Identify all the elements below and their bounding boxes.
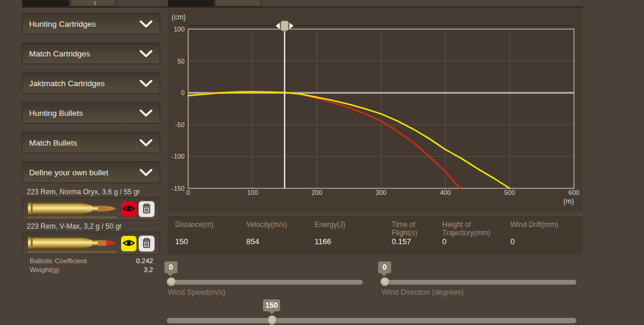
trash-icon	[139, 235, 154, 253]
sidebar-item-match-cartridges[interactable]: Match Cartridges	[22, 43, 160, 64]
x-tick-label: 300	[376, 189, 386, 196]
accordion-label: Hunting Cartridges	[29, 20, 96, 29]
y-tick-label: 100	[174, 26, 185, 33]
result-column-energy-j: Energy(J)1166	[315, 220, 389, 229]
cartridge-bullet-image	[26, 198, 120, 223]
distance-slider[interactable]	[167, 318, 576, 323]
wind-speed-label: Wind Speed(m/s)	[168, 288, 226, 296]
result-column-header: Wind Drift(mm)	[510, 220, 580, 229]
result-column-velocity-m-s: Velocity(m/s)854	[246, 220, 312, 229]
toggle-visibility-eye-button[interactable]	[121, 201, 137, 217]
result-column-header: Distance(m)	[175, 220, 243, 229]
x-tick-label: 100	[247, 189, 258, 196]
distance-value: 150	[265, 301, 278, 310]
result-column-value: 150	[175, 237, 188, 246]
selected-cartridge-list: 223 Rem, Norma Oryx, 3,6 g / 55 gr223 Re…	[22, 188, 160, 257]
chevron-down-icon	[139, 20, 153, 28]
accordion-label: Match Bullets	[29, 138, 77, 147]
sidebar-item-match-bullets[interactable]: Match Bullets	[22, 132, 160, 153]
tab-text-fragment	[94, 1, 96, 5]
result-column-wind-drift-mm: Wind Drift(mm)0	[510, 220, 580, 229]
ballistics-app: Hunting CartridgesMatch CartridgesJaktma…	[0, 0, 644, 325]
accordion-label: Hunting Bullets	[29, 109, 83, 118]
result-column-value: 0	[442, 237, 446, 246]
results-table: Distance(m)150Velocity(m/s)854Energy(J)1…	[168, 215, 583, 255]
result-column-distance-m: Distance(m)150	[175, 220, 243, 229]
wind-direction-value: 0	[383, 263, 387, 272]
result-column-header: Energy(J)	[315, 220, 389, 229]
x-tick-label: 400	[440, 189, 451, 196]
distance-slider-handle[interactable]	[268, 315, 277, 325]
trash-icon	[139, 201, 154, 218]
sidebar-item-jaktmatch-cartridges[interactable]: Jaktmatch Cartridges	[22, 72, 160, 94]
chevron-down-icon	[139, 169, 153, 176]
trajectory-chart: (cm)(m)0100200300400500600100500-50-100-…	[168, 9, 583, 211]
wind-direction-label: Wind Direction (degrees)	[382, 288, 464, 296]
result-column-value: 0.157	[392, 237, 411, 246]
property-label: Weight(g)	[30, 266, 59, 273]
wind-direction-value-bubble: 0	[378, 261, 391, 273]
wind-speed-slider-handle[interactable]	[167, 277, 176, 286]
eye-icon	[121, 235, 137, 253]
accordion-label: Define your own bullet	[29, 168, 109, 177]
chevron-down-icon	[139, 139, 153, 147]
result-column-height-of-trajectory-mm: Height of Trajectory(mm)0	[442, 220, 507, 237]
tab-fragment-left-inactive[interactable]	[71, 0, 116, 7]
y-tick-label: -150	[172, 185, 185, 192]
bullet-properties: Ballistic Coefficient0.242Weight(g)3.2	[22, 256, 160, 274]
cartridge-label: 223 Rem, V-Max, 3,2 g / 50 gr	[27, 222, 160, 231]
tab-bar-divider	[22, 7, 583, 8]
accordion-label: Jaktmatch Cartridges	[29, 79, 105, 88]
sidebar-item-define-your-own-bullet[interactable]: Define your own bullet	[22, 162, 160, 183]
wind-speed-value-bubble: 0	[164, 261, 177, 273]
eye-icon	[121, 201, 137, 218]
cartridge-item-223-rem-norma-oryx-3-6-g-55-gr	[22, 197, 160, 220]
distance-value-bubble: 150	[263, 299, 280, 311]
property-value: 3.2	[144, 266, 153, 273]
chevron-down-icon	[139, 109, 153, 117]
tab-fragment-left-active[interactable]	[22, 0, 69, 7]
marker-arrow-right-icon	[290, 23, 294, 29]
property-row-ballistic-coefficient: Ballistic Coefficient0.242	[22, 256, 160, 265]
x-tick-label: 500	[504, 189, 515, 196]
y-tick-label: 50	[177, 58, 185, 65]
property-value: 0.242	[136, 257, 153, 264]
chevron-down-icon	[139, 80, 153, 87]
x-tick-label: 0	[186, 189, 190, 196]
y-axis-unit-label: (cm)	[172, 13, 186, 21]
trajectory-chart-panel: (cm)(m)0100200300400500600100500-50-100-…	[168, 9, 583, 211]
result-column-value: 0	[510, 237, 515, 246]
distance-marker-handle[interactable]	[281, 21, 288, 31]
remove-cartridge-button[interactable]	[139, 236, 154, 251]
y-tick-label: 0	[181, 89, 185, 96]
result-column-time-of-flight-s: Time of Flight(s)0.157	[392, 220, 439, 237]
wind-direction-slider-handle[interactable]	[380, 277, 389, 286]
result-column-header: Velocity(m/s)	[246, 220, 312, 229]
sidebar-item-hunting-cartridges[interactable]: Hunting Cartridges	[22, 13, 160, 34]
toggle-visibility-eye-button[interactable]	[121, 236, 137, 251]
result-column-value: 854	[246, 237, 259, 246]
tab-fragment-right-active[interactable]	[168, 0, 214, 7]
wind-direction-slider[interactable]	[380, 280, 576, 285]
result-column-header: Time of Flight(s)	[392, 220, 439, 237]
remove-cartridge-button[interactable]	[139, 201, 154, 217]
property-label: Ballistic Coefficient	[30, 257, 87, 264]
y-tick-label: -50	[175, 121, 185, 128]
wind-speed-slider[interactable]	[167, 280, 363, 285]
wind-speed-value: 0	[169, 263, 173, 272]
result-column-header: Height of Trajectory(mm)	[442, 220, 507, 237]
x-tick-label: 600	[569, 189, 579, 196]
x-tick-label: 200	[311, 189, 322, 196]
sidebar-accordion-list: Hunting CartridgesMatch CartridgesJaktma…	[22, 13, 160, 191]
cartridge-label: 223 Rem, Norma Oryx, 3,6 g / 55 gr	[27, 188, 160, 196]
x-axis-unit-label: (m)	[563, 197, 574, 206]
cartridge-bullet-image	[26, 233, 120, 257]
accordion-label: Match Cartridges	[29, 49, 90, 58]
cartridge-item-223-rem-v-max-3-2-g-50-gr	[22, 232, 160, 255]
sidebar-item-hunting-bullets[interactable]: Hunting Bullets	[22, 102, 160, 124]
property-row-weight-g: Weight(g)3.2	[22, 265, 160, 274]
chevron-down-icon	[139, 50, 153, 58]
tab-fragment-right-inactive[interactable]	[215, 0, 261, 7]
y-tick-label: -100	[172, 153, 185, 160]
result-column-value: 1166	[315, 237, 331, 246]
